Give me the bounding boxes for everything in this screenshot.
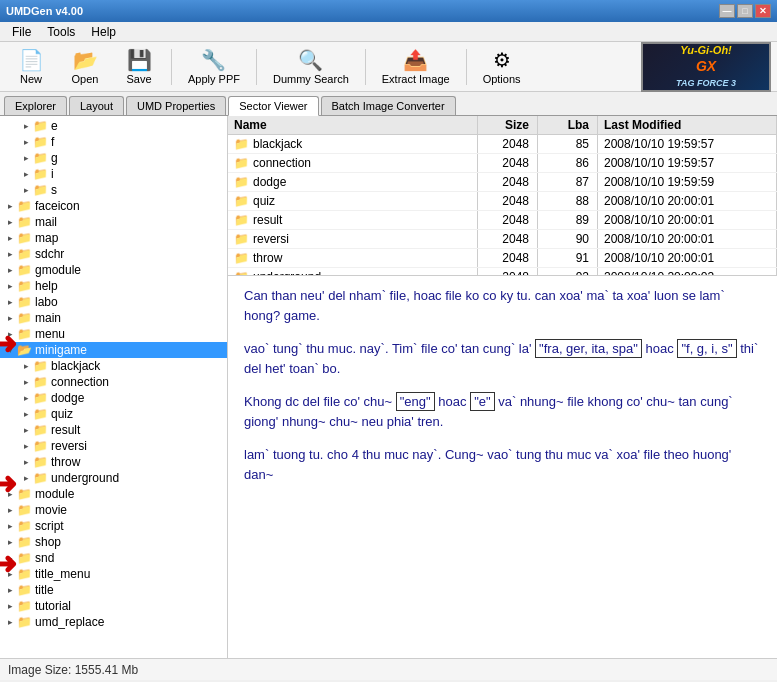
file-row-7[interactable]: 📁underground2048922008/10/10 20:00:03 — [228, 268, 777, 276]
tab-sector-viewer[interactable]: Sector Viewer — [228, 96, 318, 116]
tree-expand-tutorial: ▸ — [4, 600, 16, 612]
file-modified-3: 2008/10/10 20:00:01 — [598, 192, 777, 210]
tree-item-shop[interactable]: ▸📁shop — [0, 534, 227, 550]
tree-item-underground[interactable]: ▸📁underground — [0, 470, 227, 486]
tree-item-gmodule[interactable]: ▸📁gmodule — [0, 262, 227, 278]
tree-item-connection[interactable]: ▸📁connection — [0, 374, 227, 390]
file-row-3[interactable]: 📁quiz2048882008/10/10 20:00:01 — [228, 192, 777, 211]
file-row-0[interactable]: 📁blackjack2048852008/10/10 19:59:57 — [228, 135, 777, 154]
paragraph-4-text: lam` tuong tu. cho 4 thu muc nay`. Cung~… — [244, 447, 731, 482]
tree-item-menu[interactable]: ▸📁menu — [0, 326, 227, 342]
tab-layout[interactable]: Layout — [69, 96, 124, 115]
tree-expand-e: ▸ — [20, 120, 32, 132]
file-name-4: 📁result — [228, 211, 478, 229]
file-lba-2: 87 — [538, 173, 598, 191]
tree-label-umd_replace: umd_replace — [35, 615, 104, 629]
tree-expand-f: ▸ — [20, 136, 32, 148]
tree-label-e: e — [51, 119, 58, 133]
paragraph-2-middle: hoac — [646, 341, 674, 356]
file-row-4[interactable]: 📁result2048892008/10/10 20:00:01 — [228, 211, 777, 230]
folder-icon-connection: 📁 — [33, 375, 48, 389]
tree-item-e[interactable]: ▸📁e — [0, 118, 227, 134]
extract-image-button[interactable]: 📤 Extract Image — [373, 46, 459, 88]
tab-batch-image-converter[interactable]: Batch Image Converter — [321, 96, 456, 115]
tree-item-blackjack[interactable]: ▸📁blackjack — [0, 358, 227, 374]
tree-item-sdchr[interactable]: ▸📁sdchr — [0, 246, 227, 262]
tree-label-snd: snd — [35, 551, 54, 565]
file-tree-panel: ▸📁e▸📁f▸📁g▸📁i▸📁s▸📁faceicon▸📁mail▸📁map▸📁sd… — [0, 116, 228, 658]
save-button[interactable]: 💾 Save — [114, 46, 164, 88]
file-row-5[interactable]: 📁reversi2048902008/10/10 20:00:01 — [228, 230, 777, 249]
folder-icon-g: 📁 — [33, 151, 48, 165]
file-row-2[interactable]: 📁dodge2048872008/10/10 19:59:59 — [228, 173, 777, 192]
options-label: Options — [483, 73, 521, 85]
file-size-2: 2048 — [478, 173, 538, 191]
tree-item-throw[interactable]: ▸📁throw — [0, 454, 227, 470]
dummy-search-label: Dummy Search — [273, 73, 349, 85]
toolbar-separator-4 — [466, 49, 467, 85]
file-lba-3: 88 — [538, 192, 598, 210]
file-name-3: 📁quiz — [228, 192, 478, 210]
new-button[interactable]: 📄 New — [6, 46, 56, 88]
apply-ppf-button[interactable]: 🔧 Apply PPF — [179, 46, 249, 88]
tree-item-quiz[interactable]: ▸📁quiz — [0, 406, 227, 422]
tree-label-throw: throw — [51, 455, 80, 469]
tree-item-umd_replace[interactable]: ▸📁umd_replace — [0, 614, 227, 630]
options-icon: ⚙ — [493, 48, 511, 72]
tree-expand-script: ▸ — [4, 520, 16, 532]
highlight-3: "eng" — [396, 392, 435, 411]
tree-expand-map: ▸ — [4, 232, 16, 244]
main-content: ▸📁e▸📁f▸📁g▸📁i▸📁s▸📁faceicon▸📁mail▸📁map▸📁sd… — [0, 116, 777, 658]
tree-item-main[interactable]: ▸📁main — [0, 310, 227, 326]
open-icon: 📂 — [73, 48, 98, 72]
dummy-search-button[interactable]: 🔍 Dummy Search — [264, 46, 358, 88]
folder-icon-reversi: 📁 — [33, 439, 48, 453]
tree-item-script[interactable]: ▸📁script — [0, 518, 227, 534]
tree-expand-module: ▸ — [4, 488, 16, 500]
file-list-area: Name Size Lba Last Modified 📁blackjack20… — [228, 116, 777, 276]
close-button[interactable]: ✕ — [755, 4, 771, 18]
new-label: New — [20, 73, 42, 85]
folder-icon-underground: 📁 — [33, 471, 48, 485]
tree-item-module[interactable]: ▸📁module — [0, 486, 227, 502]
tree-item-tutorial[interactable]: ▸📁tutorial — [0, 598, 227, 614]
tree-expand-movie: ▸ — [4, 504, 16, 516]
tree-item-mail[interactable]: ▸📁mail — [0, 214, 227, 230]
tab-umd-properties[interactable]: UMD Properties — [126, 96, 226, 115]
file-row-1[interactable]: 📁connection2048862008/10/10 19:59:57 — [228, 154, 777, 173]
tree-item-dodge[interactable]: ▸📁dodge — [0, 390, 227, 406]
tree-item-g[interactable]: ▸📁g — [0, 150, 227, 166]
tree-item-faceicon[interactable]: ▸📁faceicon — [0, 198, 227, 214]
menu-help[interactable]: Help — [83, 23, 124, 41]
tree-item-labo[interactable]: ▸📁labo — [0, 294, 227, 310]
tree-label-minigame: minigame — [35, 343, 87, 357]
tree-item-minigame[interactable]: ▾📂minigame — [0, 342, 227, 358]
tree-item-help[interactable]: ▸📁help — [0, 278, 227, 294]
tab-explorer[interactable]: Explorer — [4, 96, 67, 115]
menu-file[interactable]: File — [4, 23, 39, 41]
open-button[interactable]: 📂 Open — [60, 46, 110, 88]
options-button[interactable]: ⚙ Options — [474, 46, 530, 88]
file-row-6[interactable]: 📁throw2048912008/10/10 20:00:01 — [228, 249, 777, 268]
tree-item-result[interactable]: ▸📁result — [0, 422, 227, 438]
tree-label-movie: movie — [35, 503, 67, 517]
minimize-button[interactable]: — — [719, 4, 735, 18]
paragraph-2-before: vao` tung` thu muc. nay`. Tim` file co' … — [244, 341, 531, 356]
menu-tools[interactable]: Tools — [39, 23, 83, 41]
tree-item-reversi[interactable]: ▸📁reversi — [0, 438, 227, 454]
tree-item-map[interactable]: ▸📁map — [0, 230, 227, 246]
tree-expand-dodge: ▸ — [20, 392, 32, 404]
folder-icon-script: 📁 — [17, 519, 32, 533]
folder-icon-faceicon: 📁 — [17, 199, 32, 213]
tree-item-f[interactable]: ▸📁f — [0, 134, 227, 150]
tree-item-movie[interactable]: ▸📁movie — [0, 502, 227, 518]
tree-item-i[interactable]: ▸📁i — [0, 166, 227, 182]
maximize-button[interactable]: □ — [737, 4, 753, 18]
tree-item-s[interactable]: ▸📁s — [0, 182, 227, 198]
tree-expand-result: ▸ — [20, 424, 32, 436]
file-lba-0: 85 — [538, 135, 598, 153]
tree-item-title_menu[interactable]: ▸📁title_menu — [0, 566, 227, 582]
tree-expand-sdchr: ▸ — [4, 248, 16, 260]
tree-item-title[interactable]: ▸📁title — [0, 582, 227, 598]
tree-item-snd[interactable]: ▸📁snd — [0, 550, 227, 566]
